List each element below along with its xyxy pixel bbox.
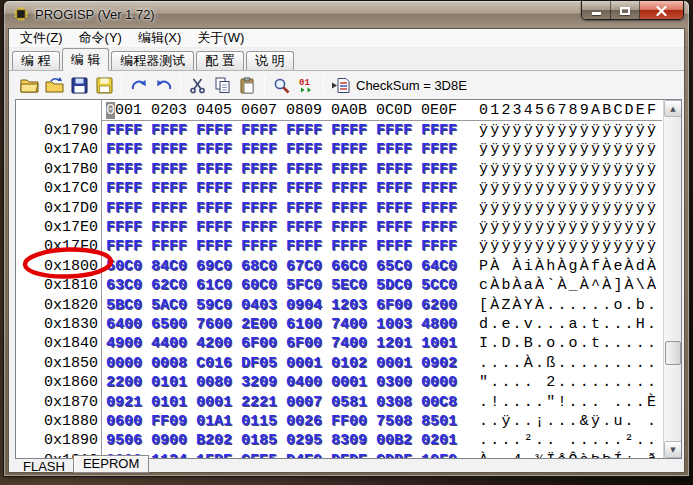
- scroll-up-button[interactable]: ▲: [664, 100, 682, 117]
- row-ascii[interactable]: ....².. .....²..: [479, 432, 658, 449]
- svg-text:01: 01: [299, 78, 310, 88]
- close-button[interactable]: [640, 1, 683, 20]
- toolbar-separator: [323, 75, 324, 95]
- tab-help[interactable]: 说 明: [246, 51, 294, 70]
- copy-icon: [214, 77, 232, 94]
- row-address: 0x1820: [16, 297, 98, 314]
- open-file-button[interactable]: [17, 73, 42, 97]
- row-address: 0x1840: [16, 335, 98, 352]
- row-address: 0x1860: [16, 374, 98, 391]
- load-file-button[interactable]: [42, 73, 67, 97]
- menu-edit[interactable]: 编辑(X): [130, 29, 189, 47]
- row-hex-values[interactable]: 0921 0101 0001 2221 0007 0581 0308 00C8: [106, 394, 457, 411]
- checksum-report-icon: [331, 77, 351, 94]
- header-hex-labels: 001 0203 0405 0607 0809 0A0B 0C0D 0E0F: [115, 102, 457, 119]
- row-ascii[interactable]: .!...."!... ...È: [479, 394, 658, 411]
- row-hex-values[interactable]: FFFF FFFF FFFF FFFF FFFF FFFF FFFF FFFF: [106, 200, 457, 217]
- tab-strip: 编 程 编 辑 编程器测试 配 置 说 明: [9, 48, 684, 71]
- menu-file[interactable]: 文件(Z): [12, 29, 71, 47]
- save-file-button[interactable]: [67, 73, 92, 97]
- chip-app-icon: [13, 6, 29, 22]
- row-address: 0x17A0: [16, 141, 98, 158]
- checksum-button[interactable]: [328, 73, 353, 97]
- row-hex-values[interactable]: FFFF FFFF FFFF FFFF FFFF FFFF FFFF FFFF: [106, 180, 457, 197]
- maximize-button[interactable]: [611, 1, 640, 20]
- row-address: 0x17E0: [16, 219, 98, 236]
- folder-open-icon: [45, 77, 64, 93]
- menu-about[interactable]: 关于(W): [189, 29, 252, 47]
- row-ascii[interactable]: d.e.v...a.t...H.: [479, 316, 658, 333]
- row-ascii[interactable]: ÿÿÿÿÿÿÿÿÿÿÿÿÿÿÿÿ: [479, 200, 658, 217]
- ascii-column-header: 0123456789ABCDEF: [479, 102, 658, 119]
- row-hex-values[interactable]: 4900 4400 4200 6F00 6F00 7400 1201 1001: [106, 335, 457, 352]
- row-ascii[interactable]: ÿÿÿÿÿÿÿÿÿÿÿÿÿÿÿÿ: [479, 238, 658, 255]
- compare-01-button[interactable]: 01: [294, 73, 319, 97]
- row-ascii[interactable]: cÀbÀaÀ`À_À^À]À\À: [479, 277, 658, 294]
- menu-command[interactable]: 命令(Y): [71, 29, 130, 47]
- row-ascii[interactable]: ....À.ß.........: [479, 355, 658, 372]
- vertical-scrollbar[interactable]: ▲ ▼: [663, 100, 681, 458]
- tab-edit[interactable]: 编 辑: [62, 48, 110, 71]
- row-hex-values[interactable]: FFFF FFFF FFFF FFFF FFFF FFFF FFFF FFFF: [106, 122, 457, 139]
- redo-icon: [130, 77, 148, 93]
- row-hex-values[interactable]: 50C0 84C0 69C0 68C0 67C0 66C0 65C0 64C0: [106, 258, 457, 275]
- row-address: 0x1850: [16, 355, 98, 372]
- toolbar-separator: [264, 75, 265, 95]
- app-window: PROGISP (Ver 1.72) 文件(Z) 命令(Y) 编辑(X) 关于(…: [3, 0, 690, 477]
- row-ascii[interactable]: I.D.B.o.o.t.....: [479, 335, 658, 352]
- search-button[interactable]: [269, 73, 294, 97]
- tab-config[interactable]: 配 置: [196, 51, 244, 70]
- tab-flash[interactable]: FLASH: [15, 459, 73, 474]
- toolbar: 01 CheckSum = 3D8E: [9, 71, 684, 99]
- row-hex-values[interactable]: FFFF FFFF FFFF FFFF FFFF FFFF FFFF FFFF: [106, 141, 457, 158]
- paste-button[interactable]: [235, 73, 260, 97]
- row-hex-values[interactable]: 5BC0 5AC0 59C0 0403 0904 1203 6F00 6200: [106, 297, 457, 314]
- row-address: 0x17C0: [16, 180, 98, 197]
- scroll-down-button[interactable]: ▼: [664, 441, 682, 458]
- tab-programmer-test[interactable]: 编程器测试: [111, 51, 194, 70]
- tab-program[interactable]: 编 程: [12, 51, 60, 70]
- row-hex-values[interactable]: 9506 0900 B202 0185 0295 8309 00B2 0201: [106, 432, 457, 449]
- row-ascii[interactable]: ÿÿÿÿÿÿÿÿÿÿÿÿÿÿÿÿ: [479, 180, 658, 197]
- minimize-button[interactable]: [582, 1, 611, 20]
- title-bar[interactable]: PROGISP (Ver 1.72): [4, 1, 689, 28]
- cut-button[interactable]: [185, 73, 210, 97]
- row-address: 0x1830: [16, 316, 98, 333]
- undo-button[interactable]: [151, 73, 176, 97]
- row-ascii[interactable]: [ÀZÀYÀ......o.b.: [479, 297, 658, 314]
- row-address: 0x1870: [16, 394, 98, 411]
- row-ascii[interactable]: ".... 2.........: [479, 374, 658, 391]
- row-ascii[interactable]: PÀ ÀiÀhÀgÀfÀeÀdÀ: [479, 258, 658, 275]
- floppy-yellow-icon: [96, 77, 113, 94]
- row-ascii[interactable]: À..4.¾ÏåÔàÞÞÍ¿.ð: [479, 452, 658, 459]
- row-hex-values[interactable]: C000 1134 1FBE CFE5 D4E0 DEDE CDBF 10F0: [106, 452, 457, 459]
- row-ascii[interactable]: ..ÿ..¡...&ÿ.u. .: [479, 413, 658, 430]
- row-hex-values[interactable]: 0000 0008 C016 DF05 0001 0102 0001 0902: [106, 355, 457, 372]
- tab-eeprom[interactable]: EEPROM: [73, 455, 149, 473]
- save-as-button[interactable]: [92, 73, 117, 97]
- row-ascii[interactable]: ÿÿÿÿÿÿÿÿÿÿÿÿÿÿÿÿ: [479, 161, 658, 178]
- row-ascii[interactable]: ÿÿÿÿÿÿÿÿÿÿÿÿÿÿÿÿ: [479, 122, 658, 139]
- row-hex-values[interactable]: 2200 0101 0080 3209 0400 0001 0300 0000: [106, 374, 457, 391]
- undo-icon: [155, 77, 173, 93]
- row-ascii[interactable]: ÿÿÿÿÿÿÿÿÿÿÿÿÿÿÿÿ: [479, 141, 658, 158]
- buffer-tabs: FLASH EEPROM: [15, 458, 149, 474]
- row-address: 0x1790: [16, 122, 98, 139]
- toolbar-separator: [180, 75, 181, 95]
- scrollbar-thumb[interactable]: [665, 341, 681, 365]
- address-divider: [101, 100, 102, 458]
- row-hex-values[interactable]: 0600 FF09 01A1 0115 0026 FF00 7508 8501: [106, 413, 457, 430]
- checksum-label: CheckSum = 3D8E: [356, 78, 467, 93]
- redo-button[interactable]: [126, 73, 151, 97]
- row-hex-values[interactable]: FFFF FFFF FFFF FFFF FFFF FFFF FFFF FFFF: [106, 161, 457, 178]
- row-hex-values[interactable]: 63C0 62C0 61C0 60C0 5FC0 5EC0 5DC0 5CC0: [106, 277, 457, 294]
- row-hex-values[interactable]: FFFF FFFF FFFF FFFF FFFF FFFF FFFF FFFF: [106, 238, 457, 255]
- row-address: 0x1880: [16, 413, 98, 430]
- maximize-icon: [620, 7, 630, 15]
- arrow-up-icon: ▲: [670, 105, 675, 113]
- row-ascii[interactable]: ÿÿÿÿÿÿÿÿÿÿÿÿÿÿÿÿ: [479, 219, 658, 236]
- row-hex-values[interactable]: 6400 6500 7600 2E00 6100 7400 1003 4800: [106, 316, 457, 333]
- copy-button[interactable]: [210, 73, 235, 97]
- row-hex-values[interactable]: FFFF FFFF FFFF FFFF FFFF FFFF FFFF FFFF: [106, 219, 457, 236]
- minimize-icon: [592, 12, 601, 15]
